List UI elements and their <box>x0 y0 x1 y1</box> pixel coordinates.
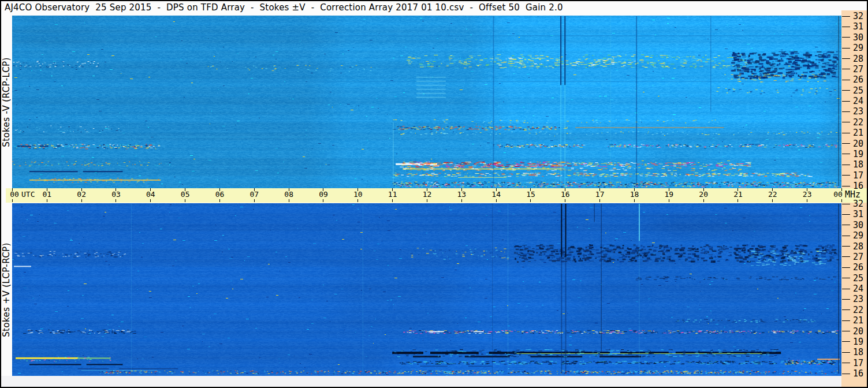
freq-tick-label: 25 <box>853 85 868 96</box>
time-tick-label: 09 <box>319 190 328 199</box>
time-tick-label: 06 <box>215 190 225 199</box>
time-tick <box>669 199 669 202</box>
freq-tick-label: 20 <box>853 326 868 337</box>
time-tick-label: 19 <box>665 190 674 199</box>
time-tick-label: 11 <box>388 190 397 199</box>
time-tick <box>47 199 47 202</box>
freq-tick <box>842 278 850 278</box>
time-tick <box>599 199 600 202</box>
time-tick-label: 04 <box>146 190 155 199</box>
stokes-plus-v-label-text: Stokes +V (LCP-RCP) <box>1 242 12 337</box>
panel-label-stokes-minus-v: Stokes -V (RCP-LCP) <box>1 16 12 188</box>
freq-tick <box>842 154 850 154</box>
freq-tick-label: 27 <box>853 252 868 262</box>
freq-tick <box>842 225 850 225</box>
time-tick-label: 13 <box>457 190 467 199</box>
freq-tick-label: 31 <box>853 21 868 32</box>
freq-tick-label: 20 <box>853 139 868 149</box>
time-tick <box>289 199 289 202</box>
freq-tick <box>842 256 850 257</box>
time-tick <box>703 199 704 202</box>
freq-tick <box>842 341 850 342</box>
time-tick-label: 08 <box>284 190 293 199</box>
freq-tick <box>842 27 850 27</box>
freq-tick-label: 23 <box>853 106 868 117</box>
time-tick <box>357 199 358 202</box>
time-tick-label: 05 <box>181 190 190 199</box>
time-tick-label: 22 <box>768 190 777 199</box>
freq-tick <box>842 352 850 353</box>
freq-tick <box>842 309 850 310</box>
freq-tick <box>842 186 850 186</box>
time-tick <box>150 199 151 202</box>
freq-tick <box>842 320 850 321</box>
freq-tick <box>842 122 850 122</box>
freq-tick <box>842 111 850 112</box>
time-tick-label: 02 <box>77 190 86 199</box>
time-tick-label: 03 <box>111 190 121 199</box>
time-tick <box>116 199 116 202</box>
time-tick <box>737 199 738 202</box>
time-tick-label: 00 <box>10 190 19 199</box>
time-tick <box>461 199 462 202</box>
freq-tick <box>842 331 850 331</box>
freq-tick-label: 30 <box>853 32 868 43</box>
freq-tick-label: 28 <box>853 241 868 252</box>
time-tick <box>807 199 807 202</box>
time-tick <box>427 199 427 202</box>
freq-tick <box>842 214 850 215</box>
time-tick <box>496 199 497 202</box>
time-tick-label: 21 <box>733 190 743 199</box>
freq-tick <box>842 289 850 289</box>
freq-tick-label: 21 <box>853 315 868 326</box>
freq-tick-label: 22 <box>853 117 868 128</box>
freq-tick <box>842 90 850 91</box>
time-tick <box>12 199 13 202</box>
freq-tick-label: 29 <box>853 43 868 53</box>
freq-tick <box>842 80 850 80</box>
time-tick <box>530 199 531 202</box>
freq-tick <box>842 267 850 268</box>
freq-tick-label: 18 <box>853 347 868 357</box>
freq-tick-label: 32 <box>853 199 868 209</box>
freq-tick <box>842 101 850 102</box>
time-tick <box>772 199 773 202</box>
freq-tick <box>842 299 850 300</box>
spectrogram-stokes-plus-v <box>12 203 841 376</box>
freq-tick-label: 26 <box>853 262 868 273</box>
freq-tick <box>842 165 850 165</box>
time-tick-label: 10 <box>353 190 363 199</box>
time-tick <box>634 199 635 202</box>
freq-tick-label: 29 <box>853 230 868 241</box>
freq-tick-label: 17 <box>853 358 868 368</box>
freq-tick <box>842 16 850 17</box>
freq-tick-label: 25 <box>853 273 868 283</box>
freq-tick <box>842 175 850 176</box>
freq-tick-label: 23 <box>853 294 868 304</box>
time-tick-label: 20 <box>699 190 708 199</box>
time-tick <box>323 199 323 202</box>
time-tick-label: 12 <box>423 190 432 199</box>
freq-tick-label: 28 <box>853 54 868 64</box>
freq-tick-label: 17 <box>853 170 868 181</box>
freq-tick-label: 21 <box>853 128 868 138</box>
freq-tick-label: 26 <box>853 74 868 85</box>
freq-tick <box>842 37 850 38</box>
time-tick-label: 23 <box>803 190 812 199</box>
freq-tick-label: 24 <box>853 96 868 106</box>
time-tick <box>254 199 255 202</box>
freq-tick <box>842 69 850 69</box>
freq-tick-label: 16 <box>853 181 868 191</box>
freq-tick-label: 27 <box>853 64 868 74</box>
time-axis-unit-label: UTC <box>21 190 35 199</box>
freq-tick-label: 32 <box>853 11 868 21</box>
freq-tick <box>842 133 850 133</box>
time-tick <box>841 199 842 202</box>
spectrogram-window: AJ4CO Observatory 25 Sep 2015 - DPS on T… <box>0 0 868 388</box>
time-tick-label: 01 <box>43 190 52 199</box>
title-bar: AJ4CO Observatory 25 Sep 2015 - DPS on T… <box>1 1 841 14</box>
freq-tick-label: 16 <box>853 368 868 379</box>
freq-tick <box>842 374 850 374</box>
freq-tick <box>842 58 850 59</box>
freq-tick-label: 19 <box>853 149 868 159</box>
